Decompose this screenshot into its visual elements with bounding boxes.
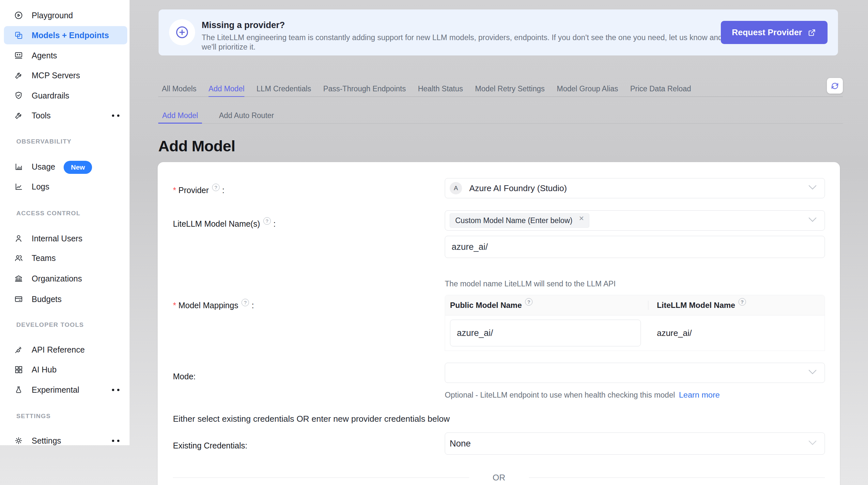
- line-chart-icon: [14, 182, 23, 191]
- sidebar-item-label: MCP Servers: [32, 71, 80, 80]
- gear-icon: [14, 436, 23, 445]
- wrench-icon: [14, 71, 23, 80]
- tab-all-models[interactable]: All Models: [162, 82, 196, 97]
- chevron-down-icon: [808, 185, 817, 191]
- subtab-add-auto-router[interactable]: Add Auto Router: [215, 108, 278, 124]
- sidebar-item-label: Organizations: [32, 274, 82, 284]
- subtab-add-model[interactable]: Add Model: [158, 108, 202, 124]
- sidebar-item-logs[interactable]: Logs: [4, 177, 127, 196]
- model-name-tag: Custom Model Name (Enter below) ×: [450, 213, 589, 228]
- tab-health-status[interactable]: Health Status: [418, 82, 463, 97]
- provider-label: * Provider ? :: [173, 186, 224, 195]
- help-icon[interactable]: ?: [212, 184, 220, 191]
- divider-line: [529, 478, 825, 478]
- credit-card-icon: [14, 294, 23, 304]
- user-icon: [14, 234, 23, 243]
- mode-label: Mode:: [173, 372, 195, 381]
- column-public-model-name: Public Model Name ?: [445, 295, 648, 315]
- sidebar-item-label: Settings: [32, 436, 61, 446]
- help-icon[interactable]: ?: [264, 217, 271, 225]
- sidebar-section-developer-tools: DEVELOPER TOOLS: [16, 321, 84, 328]
- model-name-help-text: The model name LiteLLM will send to the …: [445, 280, 616, 288]
- tab-llm-credentials[interactable]: LLM Credentials: [256, 82, 311, 97]
- public-model-name-input[interactable]: [450, 320, 641, 346]
- custom-model-name-input[interactable]: [445, 236, 825, 258]
- sidebar-item-label: Budgets: [32, 294, 62, 304]
- banner-title: Missing a provider?: [202, 20, 285, 30]
- page-title: Add Model: [158, 137, 235, 155]
- litellm-model-name-value: azure_ai/: [648, 328, 825, 338]
- provider-select[interactable]: A Azure AI Foundry (Studio): [445, 178, 825, 198]
- mode-select[interactable]: [445, 363, 825, 383]
- learn-more-link[interactable]: Learn more: [679, 390, 719, 399]
- table-header: Public Model Name ? LiteLLM Model Name ?: [445, 295, 825, 315]
- sidebar: Playground Models + Endpoints Agents MCP…: [0, 0, 129, 445]
- new-badge: New: [64, 161, 92, 174]
- mode-help-text: Optional - LiteLLM endpoint to use when …: [445, 390, 720, 399]
- sidebar-item-label: Guardrails: [32, 91, 69, 100]
- models-icon: [14, 31, 23, 40]
- required-mark: *: [173, 301, 176, 310]
- sidebar-item-guardrails[interactable]: Guardrails: [4, 87, 127, 105]
- request-provider-label: Request Provider: [732, 27, 802, 37]
- sidebar-item-settings[interactable]: Settings: [4, 431, 127, 450]
- tab-model-group-alias[interactable]: Model Group Alias: [557, 82, 618, 97]
- sidebar-section-settings: SETTINGS: [16, 413, 51, 420]
- add-model-subtabs: Add Model Add Auto Router: [158, 108, 843, 124]
- model-names-label: LiteLLM Model Name(s) ? :: [173, 219, 276, 229]
- sidebar-item-internal-users[interactable]: Internal Users: [4, 229, 127, 248]
- play-circle-icon: [14, 11, 23, 20]
- sidebar-item-label: Teams: [32, 253, 56, 263]
- sidebar-item-models-endpoints[interactable]: Models + Endpoints: [4, 26, 127, 44]
- agents-icon: [14, 51, 23, 60]
- sidebar-item-label: API Reference: [32, 345, 85, 355]
- or-label: OR: [493, 473, 505, 483]
- sidebar-item-mcp-servers[interactable]: MCP Servers: [4, 66, 127, 85]
- tools-icon: [14, 111, 23, 120]
- sidebar-section-observability: OBSERVABILITY: [16, 138, 71, 145]
- help-icon[interactable]: ?: [739, 298, 746, 305]
- item-menu-dots[interactable]: [112, 389, 119, 391]
- shield-check-icon: [14, 91, 23, 100]
- refresh-button[interactable]: [827, 78, 843, 94]
- tab-model-retry-settings[interactable]: Model Retry Settings: [475, 82, 545, 97]
- sidebar-item-ai-hub[interactable]: AI Hub: [4, 360, 127, 379]
- item-menu-dots[interactable]: [112, 440, 119, 442]
- sidebar-item-label: Internal Users: [32, 234, 83, 243]
- help-icon[interactable]: ?: [525, 298, 532, 305]
- sidebar-item-teams[interactable]: Teams: [4, 249, 127, 267]
- sidebar-item-api-reference[interactable]: API Reference: [4, 341, 127, 359]
- sidebar-item-label: Usage: [32, 162, 55, 171]
- column-litellm-model-name: LiteLLM Model Name ?: [648, 295, 825, 315]
- help-icon[interactable]: ?: [242, 299, 249, 306]
- sidebar-item-usage[interactable]: Usage New: [4, 158, 127, 176]
- sidebar-item-tools[interactable]: Tools: [4, 106, 127, 125]
- sidebar-item-agents[interactable]: Agents: [4, 46, 127, 65]
- existing-credentials-select[interactable]: None: [445, 432, 825, 455]
- model-names-multiselect[interactable]: Custom Model Name (Enter below) ×: [445, 211, 825, 231]
- tab-price-data-reload[interactable]: Price Data Reload: [630, 82, 691, 97]
- bar-chart-icon: [14, 162, 23, 171]
- model-mappings-label: * Model Mappings ? :: [173, 301, 254, 310]
- sidebar-item-playground[interactable]: Playground: [4, 6, 127, 25]
- refresh-icon: [831, 82, 839, 90]
- grid-icon: [14, 365, 23, 374]
- model-tabs: All Models Add Model LLM Credentials Pas…: [158, 82, 843, 97]
- tab-pass-through-endpoints[interactable]: Pass-Through Endpoints: [323, 82, 406, 97]
- provider-avatar: A: [450, 182, 462, 194]
- tag-close-icon[interactable]: ×: [579, 213, 584, 223]
- sidebar-item-label: Models + Endpoints: [32, 31, 109, 40]
- banner-body: The LiteLLM engineering team is constant…: [202, 33, 732, 52]
- sidebar-item-organizations[interactable]: Organizations: [4, 269, 127, 288]
- provider-value: Azure AI Foundry (Studio): [469, 183, 567, 193]
- sidebar-item-label: Agents: [32, 51, 57, 60]
- or-divider: OR: [173, 473, 825, 483]
- sidebar-item-experimental[interactable]: Experimental: [4, 381, 127, 399]
- tab-add-model[interactable]: Add Model: [209, 82, 244, 97]
- request-provider-button[interactable]: Request Provider: [721, 21, 828, 44]
- sidebar-item-budgets[interactable]: Budgets: [4, 290, 127, 308]
- item-menu-dots[interactable]: [112, 115, 119, 117]
- existing-credentials-value: None: [450, 439, 471, 449]
- plug-icon: [14, 345, 23, 354]
- table-row: azure_ai/: [445, 315, 825, 351]
